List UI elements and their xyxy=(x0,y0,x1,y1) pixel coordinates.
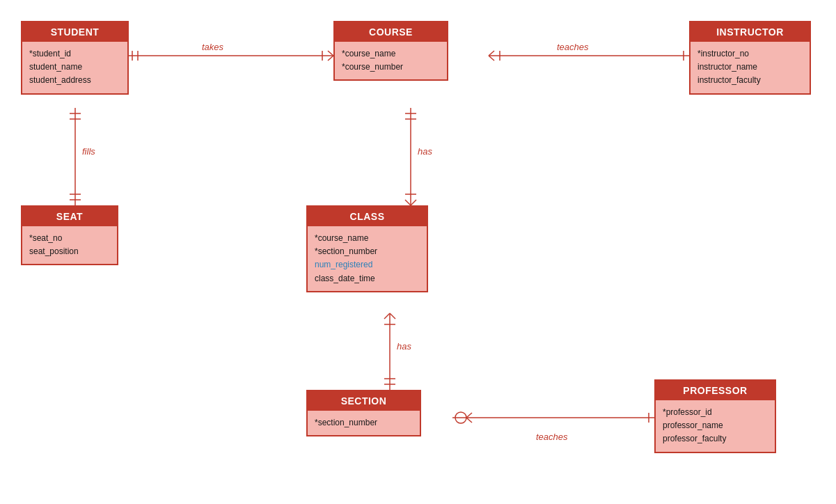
section-title: SECTION xyxy=(308,391,420,411)
has-class-label: has xyxy=(418,146,432,157)
professor-title: PROFESSOR xyxy=(656,381,775,400)
seat-field-1: *seat_no xyxy=(29,232,110,245)
student-field-2: student_name xyxy=(29,61,120,74)
student-field-3: student_address xyxy=(29,74,120,87)
section-body: *section_number xyxy=(308,411,420,435)
instructor-field-3: instructor_faculty xyxy=(697,74,803,87)
svg-line-4 xyxy=(328,56,333,61)
svg-line-31 xyxy=(466,418,472,423)
student-title: STUDENT xyxy=(22,22,127,42)
svg-line-24 xyxy=(390,313,395,319)
section-entity: SECTION *section_number xyxy=(306,390,421,436)
svg-line-23 xyxy=(384,313,390,319)
svg-point-29 xyxy=(455,412,466,423)
class-field-1: *course_name xyxy=(315,232,420,245)
professor-field-1: *professor_id xyxy=(663,406,768,419)
svg-line-19 xyxy=(405,200,411,205)
course-body: *course_name *course_number xyxy=(335,42,447,79)
fills-label: fills xyxy=(82,146,95,157)
class-title: CLASS xyxy=(308,207,427,226)
takes-label: takes xyxy=(202,42,223,52)
professor-field-2: professor_name xyxy=(663,419,768,432)
class-field-3: num_registered xyxy=(315,258,420,271)
instructor-title: INSTRUCTOR xyxy=(691,22,810,42)
course-title: COURSE xyxy=(335,22,447,42)
class-body: *course_name *section_number num_registe… xyxy=(308,226,427,291)
course-field-2: *course_number xyxy=(342,61,440,74)
professor-field-3: professor_faculty xyxy=(663,432,768,446)
student-body: *student_id student_name student_address xyxy=(22,42,127,93)
svg-line-8 xyxy=(489,56,494,61)
section-field-1: *section_number xyxy=(315,416,413,430)
has-section-label: has xyxy=(397,341,411,352)
instructor-entity: INSTRUCTOR *instructor_no instructor_nam… xyxy=(689,21,811,95)
student-entity: STUDENT *student_id student_name student… xyxy=(21,21,129,95)
student-field-1: *student_id xyxy=(29,47,120,61)
seat-title: SEAT xyxy=(22,207,117,226)
svg-line-20 xyxy=(411,200,416,205)
svg-line-7 xyxy=(489,51,494,56)
instructor-field-1: *instructor_no xyxy=(697,47,803,61)
diagram-container: takes teaches fills has has teaches STUD… xyxy=(0,0,836,504)
instructor-field-2: instructor_name xyxy=(697,61,803,74)
seat-body: *seat_no seat_position xyxy=(22,226,117,264)
course-entity: COURSE *course_name *course_number xyxy=(333,21,448,81)
svg-line-3 xyxy=(328,51,333,56)
teaches-instructor-label: teaches xyxy=(557,42,589,52)
course-field-1: *course_name xyxy=(342,47,440,61)
seat-field-2: seat_position xyxy=(29,245,110,258)
class-entity: CLASS *course_name *section_number num_r… xyxy=(306,205,428,292)
instructor-body: *instructor_no instructor_name instructo… xyxy=(691,42,810,93)
class-field-2: *section_number xyxy=(315,245,420,258)
svg-line-30 xyxy=(466,413,472,418)
teaches-professor-label: teaches xyxy=(536,432,568,442)
professor-entity: PROFESSOR *professor_id professor_name p… xyxy=(654,379,776,453)
seat-entity: SEAT *seat_no seat_position xyxy=(21,205,118,265)
class-field-4: class_date_time xyxy=(315,272,420,285)
professor-body: *professor_id professor_name professor_f… xyxy=(656,400,775,452)
